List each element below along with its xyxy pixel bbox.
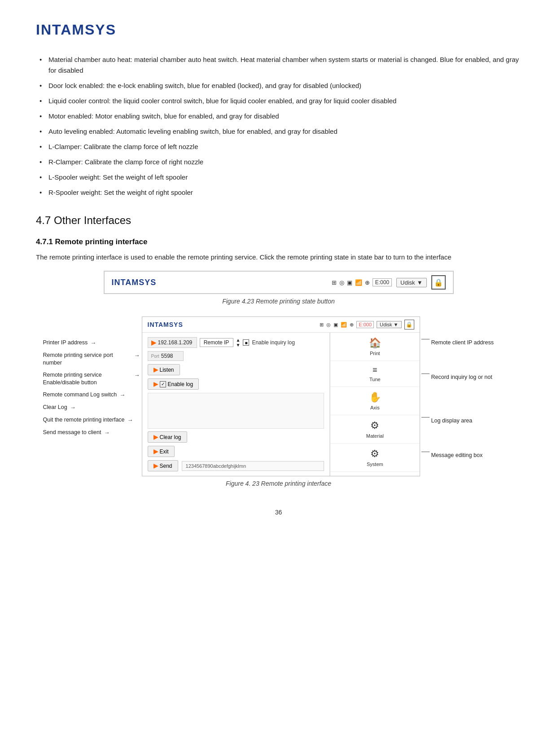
stepper-control[interactable]: ▲ ▼	[236, 338, 241, 347]
ui-mockup: INTAMSYS ⊞ ◎ ▣ 📶 ⊕ E:000 Udisk ▼	[142, 316, 420, 476]
nav-print-label: Print	[370, 351, 380, 356]
message-editing-box[interactable]: 1234567890abcdefghijklmn	[182, 461, 325, 471]
connect-icon: ⊕	[365, 279, 370, 286]
figure-423b: Printer IP address → Remote printing ser…	[36, 316, 521, 491]
enable-inquiry-label: Enable inquiry log	[252, 339, 294, 346]
nav-axis-label: Axis	[370, 405, 380, 410]
ui-lock-button[interactable]: 🔒	[404, 320, 414, 330]
lock-button[interactable]: 🔒	[431, 275, 446, 290]
list-item: Material chamber auto heat: material cha…	[36, 54, 521, 76]
send-button[interactable]: ▶ Send	[148, 460, 178, 471]
udisk-button[interactable]: Udisk ▼	[396, 278, 426, 287]
ui-topbar: INTAMSYS ⊞ ◎ ▣ 📶 ⊕ E:000 Udisk ▼	[142, 317, 420, 333]
list-item: Motor enabled: Motor enabling switch, bl…	[36, 111, 521, 122]
ann-text-log-display: Log display area	[431, 417, 473, 425]
list-item: L-Spooler weight: Set the weight of left…	[36, 172, 521, 183]
status-icons: ⊞ ◎ ▣ 📶 ⊕ E:000	[332, 278, 392, 286]
ip-row: ▶ 192.168.1.209 Remote IP ▲ ▼ ■	[148, 337, 325, 348]
nav-tune-label: Tune	[369, 377, 381, 382]
print-icon: ▣	[347, 279, 352, 286]
enable-log-row: ▶ ✓ Enable log	[148, 378, 325, 390]
ann-text-printer-ip: Printer IP address	[43, 339, 88, 347]
ann-text-record-inquiry: Record inquiry log or not	[431, 374, 492, 381]
ann-text-enable: Remote printing service Enable/disable b…	[43, 371, 132, 387]
port-field: Port 5598	[148, 351, 184, 361]
arrow-right-icon: ▶	[151, 339, 156, 346]
ann-record-inquiry: Record inquiry log or not	[420, 374, 510, 381]
ann-clear-log: Clear Log →	[43, 404, 142, 412]
ann-text-log-switch: Remote command Log switch	[43, 391, 117, 399]
ui-lock-icon: 🔒	[406, 321, 412, 328]
ui-e-value: E:000	[356, 321, 374, 328]
nav-axis[interactable]: ✋ Axis	[330, 387, 419, 415]
exit-button[interactable]: ▶ Exit	[148, 446, 175, 457]
port-value: 5598	[161, 353, 173, 359]
list-item: Liquid cooler control: the liquid cooler…	[36, 96, 521, 106]
ann-text-quit: Quit the remote printing interface	[43, 416, 125, 424]
clear-log-row: ▶ Clear log	[148, 431, 325, 443]
ann-text-remote-client: Remote client IP address	[431, 339, 494, 347]
e-value: E:000	[373, 278, 392, 286]
nav-system-label: System	[367, 462, 383, 467]
clear-log-arrow-icon: ▶	[154, 434, 158, 440]
lock-icon: 🔒	[434, 278, 443, 287]
dropdown-arrow-icon: ▼	[417, 279, 423, 286]
ui-wifi-icon: 📶	[341, 322, 347, 328]
ui-connect-icon: ⊕	[350, 322, 354, 328]
ui-grid-icon: ⊞	[320, 322, 324, 328]
fig-423-caption: Figure 4.23 Remote printing state button	[222, 298, 335, 305]
annotations-left: Printer IP address → Remote printing ser…	[43, 316, 142, 441]
arrow-icon: →	[134, 371, 140, 379]
udisk-label: Udisk	[400, 279, 415, 286]
ui-dropdown-icon: ▼	[394, 322, 399, 327]
fig-423b-caption: Figure 4. 23 Remote printing interface	[226, 480, 331, 487]
nav-tune[interactable]: ≡ Tune	[330, 361, 419, 387]
remote-ip-label: Remote IP	[200, 338, 233, 347]
nav-material[interactable]: ⚙ Material	[330, 415, 419, 444]
ann-remote-client: Remote client IP address	[420, 339, 510, 347]
page: INTAMSYS Material chamber auto heat: mat…	[0, 0, 557, 543]
ann-text-message-editing: Message editing box	[431, 452, 483, 459]
page-number: 36	[36, 509, 521, 516]
ann-text-port: Remote printing service port number	[43, 352, 132, 367]
state-bar-logo: INTAMSYS	[112, 278, 157, 287]
nav-system[interactable]: ⚙ System	[330, 444, 419, 472]
stepper-down-icon[interactable]: ▼	[236, 343, 241, 347]
clear-log-label: Clear log	[160, 434, 181, 440]
ann-log-display: Log display area	[420, 417, 510, 425]
clear-log-button[interactable]: ▶ Clear log	[148, 431, 187, 443]
arrow-icon: →	[70, 404, 76, 412]
enable-log-checkbox[interactable]: ✓	[160, 381, 166, 387]
arrow-icon: →	[104, 429, 110, 437]
ann-log-switch: Remote command Log switch →	[43, 391, 142, 399]
send-label: Send	[160, 463, 172, 469]
ann-line	[421, 339, 430, 339]
nav-print[interactable]: 🏠 Print	[330, 333, 419, 361]
ann-text-send: Send message to client	[43, 429, 101, 436]
enable-log-button[interactable]: ▶ ✓ Enable log	[148, 378, 199, 390]
arrow-icon: →	[134, 352, 140, 360]
port-row: Port 5598	[148, 351, 325, 361]
axis-nav-icon: ✋	[369, 391, 381, 403]
print-nav-icon: 🏠	[369, 337, 381, 349]
list-item: L-Clamper: Calibrate the clamp force of …	[36, 141, 521, 152]
ann-send: Send message to client →	[43, 429, 142, 437]
ip-value: 192.168.1.209	[158, 339, 193, 346]
inquiry-checkbox[interactable]: ■	[243, 339, 249, 346]
logo: INTAMSYS	[36, 22, 116, 38]
ui-logo: INTAMSYS	[148, 321, 183, 328]
diagram-inner: Printer IP address → Remote printing ser…	[43, 316, 514, 476]
ann-text-clear-log: Clear Log	[43, 404, 67, 411]
port-label: Port	[151, 354, 159, 359]
list-item: R-Spooler weight: Set the weight of righ…	[36, 187, 521, 198]
ui-circle-icon: ◎	[326, 322, 331, 328]
section-471-heading: 4.7.1 Remote printing interface	[36, 237, 521, 246]
ann-enable: Remote printing service Enable/disable b…	[43, 371, 142, 387]
enable-log-arrow-icon: ▶	[154, 381, 158, 387]
listen-button[interactable]: ▶ Listen	[148, 364, 180, 375]
arrow-icon: →	[127, 416, 133, 424]
ann-port: Remote printing service port number →	[43, 352, 142, 367]
ui-udisk-button[interactable]: Udisk ▼	[377, 321, 401, 328]
ui-print-icon: ▣	[333, 322, 338, 328]
stepper-up-icon[interactable]: ▲	[236, 338, 241, 343]
